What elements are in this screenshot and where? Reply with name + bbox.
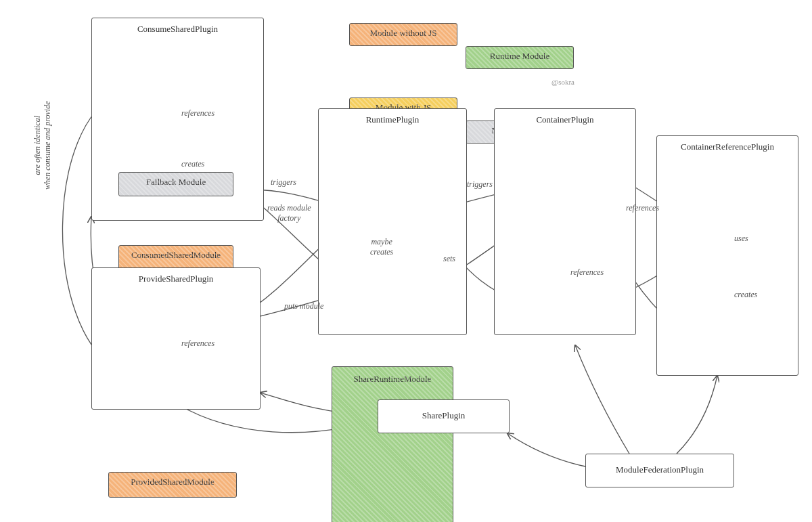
consumed-shared-module: ConsumedSharedModule: [118, 245, 233, 269]
edge-label: reads module factory: [267, 203, 311, 223]
share-plugin: SharePlugin: [378, 399, 510, 433]
container-reference-plugin: ContainerReferencePlugin: [656, 135, 798, 376]
edge-label: triggers: [467, 179, 493, 190]
provide-shared-plugin: ProvideSharedPlugin: [91, 267, 261, 410]
box-label: SharePlugin: [422, 410, 466, 420]
fallback-module: Fallback Module: [118, 172, 233, 196]
container-title: ContainerPlugin: [497, 114, 633, 125]
box-label: ModuleFederationPlugin: [616, 464, 704, 475]
container-plugin: ContainerPlugin: [494, 108, 636, 335]
box-label: ShareRuntimeModule: [335, 374, 450, 385]
container-title: RuntimePlugin: [321, 114, 464, 125]
container-title: ContainerReferencePlugin: [660, 142, 795, 152]
module-federation-plugin: ModuleFederationPlugin: [585, 454, 734, 487]
box-label: Fallback Module: [146, 177, 206, 187]
container-title: ProvideSharedPlugin: [95, 274, 257, 284]
legend-label: Runtime Module: [490, 51, 549, 61]
legend-label: Module without JS: [370, 28, 437, 38]
legend-runtime-module: Runtime Module: [466, 46, 574, 69]
box-label: ConsumedSharedModule: [131, 250, 221, 260]
box-label: ProvidedSharedModule: [131, 477, 214, 487]
legend-module-without-js: Module without JS: [349, 23, 457, 46]
share-runtime-module: ShareRuntimeModule: [332, 366, 453, 522]
provided-shared-module: ProvidedSharedModule: [108, 472, 237, 498]
runtime-plugin: RuntimePlugin: [318, 108, 467, 335]
edge-label: triggers: [271, 177, 296, 188]
edge-label: are often identical when consume and pro…: [32, 101, 53, 190]
container-title: ConsumeSharedPlugin: [95, 24, 261, 35]
credit: @sokra: [551, 78, 574, 86]
